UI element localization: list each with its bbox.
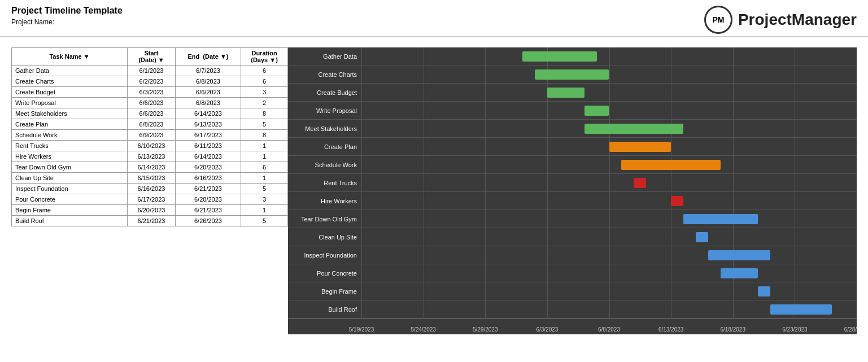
end-date-cell: 6/20/2023: [175, 194, 241, 205]
start-date-cell: 6/13/2023: [128, 151, 176, 162]
gantt-row: Create Plan: [288, 138, 857, 156]
gantt-row-label: Schedule Work: [288, 162, 361, 168]
gantt-bar-area: [361, 300, 857, 319]
sort-icon-start[interactable]: ▼: [158, 56, 164, 63]
gantt-bar-area: [361, 210, 857, 228]
task-name-cell: Hire Workers: [12, 151, 128, 162]
gantt-date-label: 6/13/2023: [658, 326, 684, 333]
duration-cell: 6: [241, 162, 288, 173]
gantt-dates-area: 5/19/20235/24/20235/29/20236/3/20236/8/2…: [361, 319, 857, 335]
gantt-date-label: 5/29/2023: [473, 326, 498, 333]
task-table-container: Task Name ▼ Start(Date) ▼ End (Date ▼): [11, 47, 288, 334]
gantt-row: Begin Frame: [288, 282, 857, 300]
duration-cell: 8: [241, 108, 288, 119]
gantt-row-label: Write Proposal: [288, 107, 361, 114]
table-row: Hire Workers 6/13/2023 6/14/2023 1: [12, 151, 288, 162]
end-date-cell: 6/14/2023: [175, 151, 241, 162]
gantt-date-label: 5/24/2023: [411, 326, 436, 333]
duration-cell: 5: [241, 216, 288, 226]
gantt-bar-area: [361, 138, 857, 156]
start-date-cell: 6/17/2023: [128, 194, 176, 205]
gantt-date-label: 6/8/2023: [598, 326, 620, 333]
task-name-cell: Tear Down Old Gym: [12, 162, 128, 173]
end-date-cell: 6/14/2023: [175, 108, 241, 119]
gantt-bar: [547, 88, 585, 98]
start-date-cell: 6/3/2023: [128, 87, 176, 98]
logo-area: PM ProjectManager: [704, 6, 857, 34]
duration-cell: 1: [241, 205, 288, 216]
gantt-row-label: Build Roof: [288, 306, 361, 313]
gantt-row: Meet Stakeholders: [288, 120, 857, 138]
gantt-row-label: Inspect Foundation: [288, 252, 361, 259]
gantt-bar-area: [361, 264, 857, 282]
gantt-bar: [671, 196, 683, 206]
table-row: Schedule Work 6/9/2023 6/17/2023 8: [12, 130, 288, 141]
col-task-name: Task Name ▼: [12, 48, 128, 66]
gantt-row: Schedule Work: [288, 156, 857, 174]
gantt-row: Hire Workers: [288, 192, 857, 210]
task-name-cell: Clean Up Site: [12, 173, 128, 184]
col-end: End (Date ▼): [175, 48, 241, 66]
end-date-cell: 6/21/2023: [175, 205, 241, 216]
duration-cell: 3: [241, 194, 288, 205]
task-name-cell: Schedule Work: [12, 130, 128, 141]
table-row: Clean Up Site 6/15/2023 6/16/2023 1: [12, 173, 288, 184]
gantt-row: Clean Up Site: [288, 228, 857, 246]
gantt-bar: [585, 124, 683, 134]
duration-cell: 3: [241, 87, 288, 98]
start-date-cell: 6/2/2023: [128, 76, 176, 87]
sort-icon-end[interactable]: ▼: [220, 53, 226, 60]
gantt-bar: [721, 268, 758, 278]
gantt-row-label: Rent Trucks: [288, 180, 361, 186]
task-name-cell: Create Plan: [12, 119, 128, 130]
gantt-row: Gather Data: [288, 47, 857, 66]
gantt-row: Create Budget: [288, 84, 857, 102]
gantt-bar-area: [361, 246, 857, 264]
table-row: Tear Down Old Gym 6/14/2023 6/20/2023 6: [12, 162, 288, 173]
start-date-cell: 6/10/2023: [128, 141, 176, 151]
start-date-cell: 6/15/2023: [128, 173, 176, 184]
start-date-cell: 6/6/2023: [128, 108, 176, 119]
main-content: Task Name ▼ Start(Date) ▼ End (Date ▼): [0, 42, 868, 340]
gantt-bar-area: [361, 174, 857, 192]
start-date-cell: 6/9/2023: [128, 130, 176, 141]
gantt-row: Inspect Foundation: [288, 246, 857, 264]
gantt-bar: [683, 214, 758, 224]
table-row: Rent Trucks 6/10/2023 6/11/2023 1: [12, 141, 288, 151]
sort-icon-duration[interactable]: ▼: [269, 56, 276, 63]
start-date-cell: 6/1/2023: [128, 66, 176, 76]
end-date-cell: 6/8/2023: [175, 98, 241, 108]
gantt-bar-area: [361, 192, 857, 210]
gantt-row: Pour Concrete: [288, 264, 857, 282]
gantt-bar: [585, 106, 609, 116]
end-date-cell: 6/17/2023: [175, 130, 241, 141]
gantt-bar-area: [361, 120, 857, 138]
gantt-row: Write Proposal: [288, 102, 857, 120]
task-name-cell: Create Budget: [12, 87, 128, 98]
task-name-cell: Inspect Foundation: [12, 184, 128, 194]
table-row: Create Plan 6/8/2023 6/13/2023 5: [12, 119, 288, 130]
end-date-cell: 6/7/2023: [175, 66, 241, 76]
sort-icon-task[interactable]: ▼: [84, 53, 90, 60]
table-row: Create Charts 6/2/2023 6/8/2023 6: [12, 76, 288, 87]
task-name-cell: Create Charts: [12, 76, 128, 87]
gantt-row-label: Create Budget: [288, 89, 361, 96]
gantt-bar-area: [361, 66, 857, 84]
col-duration: Duration(Days ▼): [241, 48, 288, 66]
gantt-bar: [696, 232, 708, 242]
end-date-cell: 6/13/2023: [175, 119, 241, 130]
end-date-cell: 6/8/2023: [175, 76, 241, 87]
task-table: Task Name ▼ Start(Date) ▼ End (Date ▼): [11, 47, 288, 226]
logo-icon: PM: [704, 6, 732, 34]
gantt-row: Create Charts: [288, 66, 857, 84]
task-name-cell: Write Proposal: [12, 98, 128, 108]
gantt-bar-area: [361, 102, 857, 120]
gantt-bar: [609, 142, 671, 152]
logo-name: ProjectManager: [738, 11, 857, 29]
gantt-row-label: Hire Workers: [288, 198, 361, 204]
gantt-row-label: Begin Frame: [288, 288, 361, 295]
task-name-cell: Meet Stakeholders: [12, 108, 128, 119]
table-row: Gather Data 6/1/2023 6/7/2023 6: [12, 66, 288, 76]
col-start: Start(Date) ▼: [128, 48, 176, 66]
gantt-bar: [535, 69, 609, 80]
